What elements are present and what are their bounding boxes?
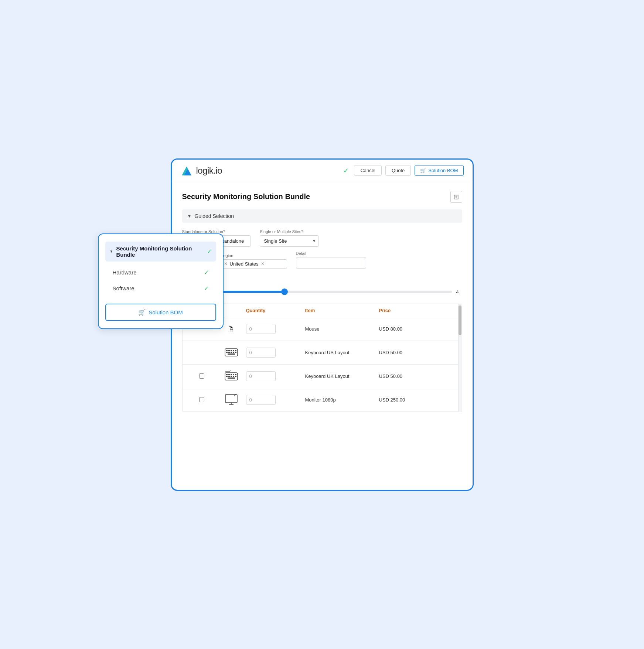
sites-select[interactable]: Single Site Multiple Sites	[260, 235, 319, 247]
svg-rect-6	[233, 350, 234, 351]
header-check-icon: ✓	[343, 167, 349, 175]
header-actions: ✓ Cancel Quote 🛒 Solution BOM	[343, 165, 463, 176]
sidebar-software-check-icon: ✓	[204, 285, 209, 292]
svg-rect-7	[235, 350, 236, 351]
svg-rect-25	[228, 378, 235, 379]
page-title: Security Monitoring Solution Bundle	[182, 192, 310, 201]
svg-rect-20	[226, 376, 228, 377]
region-value: United States	[230, 261, 259, 267]
standalone-solution-label: Standalone or Solution?	[182, 229, 251, 234]
svg-rect-11	[233, 352, 234, 353]
cart-icon-header: 🛒	[420, 168, 426, 173]
svg-rect-10	[231, 352, 232, 353]
slider-row: 4	[182, 289, 462, 295]
sidebar-popup: ▼ Security Monitoring Solution Bundle ✓ …	[98, 233, 224, 329]
table-row: 🖱 Mouse USD 80.00	[183, 317, 462, 341]
logo-text: logik.io	[196, 165, 222, 176]
product-table: Quantity Item Price 🖱 Mouse USD 80.00	[182, 304, 462, 412]
svg-rect-12	[235, 352, 236, 353]
row3-checkbox[interactable]	[199, 373, 204, 379]
row1-qty-cell	[246, 324, 305, 334]
row3-checkbox-cell[interactable]	[187, 373, 217, 379]
row4-item: Monitor 1080p	[305, 397, 379, 403]
logo-area: logik.io	[181, 165, 222, 177]
row1-qty-input[interactable]	[246, 324, 276, 334]
sites-select-wrapper: Single Site Multiple Sites	[260, 235, 319, 247]
header: logik.io ✓ Cancel Quote 🛒 Solution BOM	[172, 160, 473, 182]
svg-rect-8	[226, 352, 228, 353]
th-quantity: Quantity	[246, 308, 305, 313]
th-item: Item	[305, 308, 379, 313]
keyboard-uk-icon	[225, 370, 238, 382]
region-tag-input[interactable]: ✕ United States ✕	[221, 259, 287, 269]
row4-price: USD 250.00	[379, 397, 457, 403]
svg-rect-3	[226, 350, 228, 351]
slider-value: 4	[456, 289, 462, 295]
sidebar-sub-item-software[interactable]: Software ✓	[105, 280, 216, 296]
sidebar-main-check-icon: ✓	[207, 248, 212, 255]
svg-rect-24	[235, 376, 236, 377]
sidebar-sub-item-hardware[interactable]: Hardware ✓	[105, 264, 216, 280]
page-title-row: Security Monitoring Solution Bundle ⊞	[182, 191, 462, 203]
svg-rect-18	[233, 374, 234, 375]
triangle-icon: ▼	[110, 249, 113, 253]
sidebar-hardware-label: Hardware	[113, 269, 137, 276]
sidebar-software-label: Software	[113, 285, 134, 291]
table-row: Monitor 1080p USD 250.00	[183, 388, 462, 412]
row1-price: USD 80.00	[379, 326, 457, 332]
row2-qty-input[interactable]	[246, 348, 276, 358]
detail-group: Detail	[296, 251, 366, 269]
sites-group: Single or Multiple Sites? Single Site Mu…	[260, 229, 319, 247]
solution-bom-header-label: Solution BOM	[428, 168, 458, 173]
row4-qty-cell	[246, 395, 305, 405]
quote-button[interactable]: Quote	[385, 165, 411, 176]
row1-item: Mouse	[305, 326, 379, 332]
cart-icon-sidebar: 🛒	[138, 309, 146, 316]
row3-qty-input[interactable]	[246, 371, 276, 381]
row2-qty-cell	[246, 348, 305, 358]
row3-item: Keyboard UK Layout	[305, 373, 379, 379]
detail-label: Detail	[296, 251, 366, 256]
solution-bom-header-button[interactable]: 🛒 Solution BOM	[415, 165, 463, 176]
main-window: logik.io ✓ Cancel Quote 🛒 Solution BOM S…	[171, 158, 474, 491]
row2-item: Keyboard US Layout	[305, 350, 379, 355]
chevron-down-icon: ▼	[187, 214, 192, 219]
row4-icon-cell	[217, 394, 246, 406]
scrollbar-thumb[interactable]	[459, 305, 461, 335]
region-label: Region	[221, 253, 287, 258]
form-row-1: Standalone or Solution? Solution Standal…	[182, 229, 462, 247]
monitor-icon	[225, 394, 238, 406]
slider-label: Number of Doors	[182, 276, 462, 281]
grid-view-icon[interactable]: ⊞	[450, 191, 462, 203]
sidebar-main-item[interactable]: ▼ Security Monitoring Solution Bundle ✓	[105, 242, 216, 262]
detail-input[interactable]	[296, 257, 366, 269]
mouse-icon: 🖱	[228, 325, 235, 333]
keyboard-icon	[225, 347, 238, 358]
region-clear-icon[interactable]: ✕	[261, 261, 265, 266]
svg-rect-9	[228, 352, 230, 353]
svg-rect-19	[235, 374, 236, 375]
row4-qty-input[interactable]	[246, 395, 276, 405]
svg-rect-23	[233, 376, 234, 377]
row4-checkbox-cell[interactable]	[187, 397, 217, 402]
sidebar-hardware-check-icon: ✓	[204, 269, 209, 276]
form-section: Standalone or Solution? Solution Standal…	[182, 229, 462, 269]
svg-rect-21	[228, 376, 230, 377]
svg-rect-15	[226, 374, 228, 375]
table-row: Keyboard UK Layout USD 50.00	[183, 365, 462, 388]
scrollbar[interactable]	[458, 304, 462, 412]
region-remove-icon[interactable]: ✕	[224, 261, 228, 266]
row4-checkbox[interactable]	[199, 397, 204, 402]
slider-thumb[interactable]	[281, 288, 288, 295]
solution-bom-sidebar-button[interactable]: 🛒 Solution BOM	[105, 304, 216, 321]
guided-selection-label: Guided Selection	[194, 213, 234, 219]
sidebar-main-label: Security Monitoring Solution Bundle	[116, 245, 207, 258]
cancel-button[interactable]: Cancel	[354, 165, 381, 176]
row2-price: USD 50.00	[379, 350, 457, 355]
slider-section: Number of Doors 0 - 10 4	[182, 276, 462, 295]
slider-range: 0 - 10	[182, 282, 462, 286]
svg-rect-4	[228, 350, 230, 351]
svg-rect-17	[231, 374, 232, 375]
guided-selection-bar[interactable]: ▼ Guided Selection	[182, 209, 462, 223]
sites-label: Single or Multiple Sites?	[260, 229, 319, 234]
